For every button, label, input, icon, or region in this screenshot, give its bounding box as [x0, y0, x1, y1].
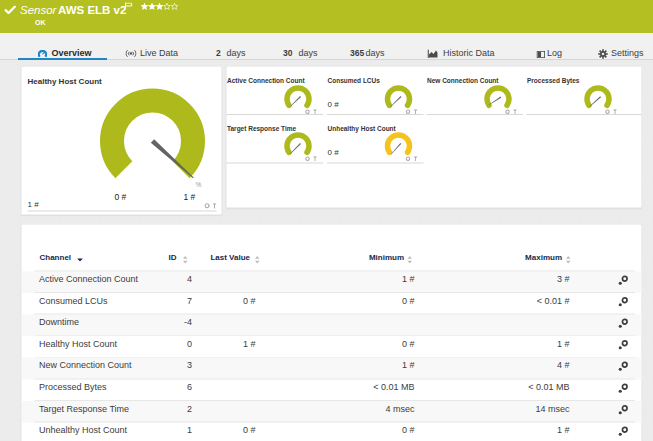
svg-text:%: %: [196, 181, 202, 188]
